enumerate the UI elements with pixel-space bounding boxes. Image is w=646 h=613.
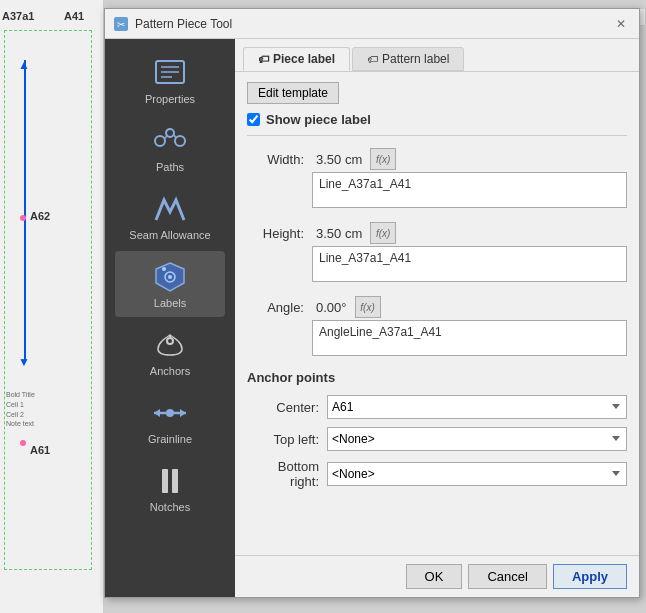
angle-row: Angle: 0.00° f(x) AngleLine_A37a1_A41 xyxy=(247,296,627,356)
properties-icon xyxy=(150,55,190,91)
sidebar-label-notches: Notches xyxy=(150,501,190,513)
sidebar-item-paths[interactable]: Paths xyxy=(115,115,225,181)
svg-rect-21 xyxy=(172,469,178,493)
width-func-button[interactable]: f(x) xyxy=(370,148,396,170)
svg-point-19 xyxy=(166,409,174,417)
show-piece-label-text: Show piece label xyxy=(266,112,371,127)
anchor-points-title: Anchor points xyxy=(247,370,627,385)
grainline-icon xyxy=(150,395,190,431)
height-value: 3.50 cm xyxy=(312,224,366,243)
svg-point-6 xyxy=(155,136,165,146)
dialog-close-button[interactable]: ✕ xyxy=(611,14,631,34)
labels-icon xyxy=(150,259,190,295)
canvas-label-a61: A61 xyxy=(30,444,50,456)
canvas-label-a37a1: A37a1 xyxy=(2,10,34,22)
width-label: Width: xyxy=(247,148,312,167)
angle-field-group: 0.00° f(x) AngleLine_A37a1_A41 xyxy=(312,296,627,356)
sidebar-label-labels: Labels xyxy=(154,297,186,309)
sidebar-item-grainline[interactable]: Grainline xyxy=(115,387,225,453)
svg-rect-20 xyxy=(162,469,168,493)
sidebar-label-seam-allowance: Seam Allowance xyxy=(129,229,210,241)
height-value-row: 3.50 cm f(x) xyxy=(312,222,627,244)
anchor-top-left-row: Top left: <None> A61 xyxy=(247,427,627,451)
canvas-dot-a62 xyxy=(20,215,26,221)
dialog-body: Properties Paths xyxy=(105,39,639,597)
canvas-info-text: Bold Title Cell 1 Cell 2 Note text xyxy=(6,390,35,429)
sidebar-label-grainline: Grainline xyxy=(148,433,192,445)
svg-point-14 xyxy=(167,338,173,344)
sidebar-label-properties: Properties xyxy=(145,93,195,105)
pattern-label-tab-icon: 🏷 xyxy=(367,53,378,65)
tab-pattern-label[interactable]: 🏷 Pattern label xyxy=(352,47,464,71)
piece-label-tab-icon: 🏷 xyxy=(258,53,269,65)
cancel-button[interactable]: Cancel xyxy=(468,564,546,589)
canvas-label-a41: A41 xyxy=(64,10,84,22)
anchor-points-section: Anchor points Center: A61 <None> Top lef… xyxy=(247,370,627,489)
height-row: Height: 3.50 cm f(x) Line_A37a1_A41 xyxy=(247,222,627,282)
sidebar-item-properties[interactable]: Properties xyxy=(115,47,225,113)
anchor-bottom-right-row: Bottom right: <None> A61 xyxy=(247,459,627,489)
height-label: Height: xyxy=(247,222,312,241)
anchor-top-left-select[interactable]: <None> A61 xyxy=(327,427,627,451)
angle-value: 0.00° xyxy=(312,298,351,317)
canvas-label-a62: A62 xyxy=(30,210,50,222)
svg-marker-18 xyxy=(180,409,186,417)
anchor-bottom-right-select[interactable]: <None> A61 xyxy=(327,462,627,486)
paths-icon xyxy=(150,123,190,159)
canvas-background: A37a1 A41 ▲ ▼ A62 A61 Bold Title Cell 1 … xyxy=(0,0,104,613)
anchor-center-label: Center: xyxy=(247,400,327,415)
dialog-title-icon: ✂ xyxy=(113,16,129,32)
width-value-row: 3.50 cm f(x) xyxy=(312,148,627,170)
sidebar-label-anchors: Anchors xyxy=(150,365,190,377)
angle-formula-box[interactable]: AngleLine_A37a1_A41 xyxy=(312,320,627,356)
canvas-arrow-up: ▲ xyxy=(18,58,30,72)
anchor-center-row: Center: A61 <None> xyxy=(247,395,627,419)
sidebar-item-labels[interactable]: Labels xyxy=(115,251,225,317)
angle-func-button[interactable]: f(x) xyxy=(355,296,381,318)
apply-button[interactable]: Apply xyxy=(553,564,627,589)
angle-label: Angle: xyxy=(247,296,312,315)
svg-line-10 xyxy=(174,135,176,138)
height-formula-box[interactable]: Line_A37a1_A41 xyxy=(312,246,627,282)
width-value: 3.50 cm xyxy=(312,150,366,169)
show-piece-label-checkbox[interactable] xyxy=(247,113,260,126)
dialog-footer: OK Cancel Apply xyxy=(235,555,639,597)
svg-text:✂: ✂ xyxy=(117,19,125,30)
tabs-container: 🏷 Piece label 🏷 Pattern label xyxy=(235,39,639,71)
show-piece-label-row: Show piece label xyxy=(247,112,627,136)
panel-content: Edit template Show piece label Width: 3.… xyxy=(235,71,639,555)
pattern-piece-tool-dialog: ✂ Pattern Piece Tool ✕ Properties xyxy=(104,8,640,598)
anchors-icon xyxy=(150,327,190,363)
height-field-group: 3.50 cm f(x) Line_A37a1_A41 xyxy=(312,222,627,282)
canvas-vertical-line xyxy=(24,60,26,360)
content-panel: 🏷 Piece label 🏷 Pattern label Edit templ… xyxy=(235,39,639,597)
sidebar-label-paths: Paths xyxy=(156,161,184,173)
angle-value-row: 0.00° f(x) xyxy=(312,296,627,318)
svg-point-13 xyxy=(162,267,166,271)
tab-piece-label[interactable]: 🏷 Piece label xyxy=(243,47,350,71)
sidebar-item-notches[interactable]: Notches xyxy=(115,455,225,521)
ok-button[interactable]: OK xyxy=(406,564,463,589)
dialog-titlebar: ✂ Pattern Piece Tool ✕ xyxy=(105,9,639,39)
dialog-title-text: Pattern Piece Tool xyxy=(135,17,611,31)
anchor-center-select[interactable]: A61 <None> xyxy=(327,395,627,419)
sidebar-item-anchors[interactable]: Anchors xyxy=(115,319,225,385)
canvas-grid-box xyxy=(4,30,92,570)
canvas-arrow-down: ▼ xyxy=(18,355,30,369)
sidebar: Properties Paths xyxy=(105,39,235,597)
width-row: Width: 3.50 cm f(x) Line_A37a1_A41 xyxy=(247,148,627,208)
width-formula-box[interactable]: Line_A37a1_A41 xyxy=(312,172,627,208)
anchor-bottom-right-label: Bottom right: xyxy=(247,459,327,489)
seam-allowance-icon xyxy=(150,191,190,227)
svg-point-12 xyxy=(168,275,172,279)
sidebar-item-seam-allowance[interactable]: Seam Allowance xyxy=(115,183,225,249)
svg-marker-17 xyxy=(154,409,160,417)
canvas-dot-a61 xyxy=(20,440,26,446)
anchor-top-left-label: Top left: xyxy=(247,432,327,447)
edit-template-button[interactable]: Edit template xyxy=(247,82,339,104)
width-field-group: 3.50 cm f(x) Line_A37a1_A41 xyxy=(312,148,627,208)
height-func-button[interactable]: f(x) xyxy=(370,222,396,244)
notches-icon xyxy=(150,463,190,499)
